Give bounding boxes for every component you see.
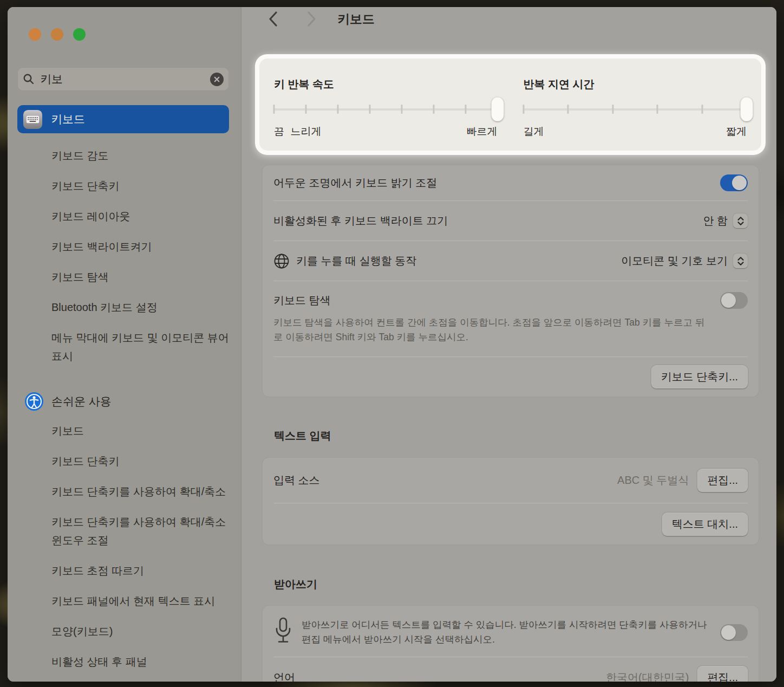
text-input-heading: 텍스트 입력: [274, 429, 331, 443]
key-repeat-slider-labels: 끔 느리게 빠르게: [274, 125, 498, 139]
sidebar-item-menubar-emoji-viewer[interactable]: 메뉴 막대에 키보드 및 이모티콘 뷰어 표시: [17, 322, 236, 371]
slider-slow-label: 느리게: [290, 125, 321, 139]
keyboard-brightness-toggle[interactable]: [720, 174, 748, 191]
keyboard-navigation-description: 키보드 탐색을 사용하여 컨트롤 간에 초점을 이동합니다. 초점을 앞으로 이…: [273, 315, 709, 345]
sidebar-item-a11y-keyboard[interactable]: 키보드: [17, 416, 236, 446]
sidebar-item-accessibility[interactable]: 손쉬운 사용: [17, 387, 234, 416]
press-globe-key-row: 키를 누를 때 실행할 동작 이모티콘 및 기호 보기: [263, 241, 759, 281]
dictation-row: 받아쓰기로 어디서든 텍스트를 입력할 수 있습니다. 받아쓰기를 시작하려면 …: [263, 606, 759, 657]
back-chevron-icon[interactable]: [264, 9, 283, 29]
dictation-language-row: 언어 한국어(대한민국) 편집...: [263, 657, 759, 682]
sidebar-item-keyboard-selected[interactable]: 키보드: [17, 105, 229, 133]
shortcuts-button-row: 키보드 단축키...: [263, 357, 759, 397]
sidebar: 키보드 키보드 감도 키보드 단축키 키보드 레이아웃 키보드 백라이트켜기 키…: [8, 7, 241, 682]
sidebar-results-list: 키보드 감도 키보드 단축키 키보드 레이아웃 키보드 백라이트켜기 키보드 탐…: [17, 140, 234, 677]
keyboard-brightness-label: 어두운 조명에서 키보드 밝기 조절: [273, 176, 437, 190]
slider-tick: [433, 105, 434, 114]
repeat-delay-slider[interactable]: [524, 97, 747, 122]
dictation-toggle[interactable]: [720, 624, 748, 641]
zoom-window-button[interactable]: [73, 28, 86, 41]
clear-search-icon[interactable]: [210, 73, 224, 86]
keyboard-navigation-toggle[interactable]: [720, 292, 748, 309]
slider-track[interactable]: [274, 108, 498, 111]
repeat-delay-slider-labels: 길게 짧게: [524, 125, 747, 139]
keyboard-shortcuts-button[interactable]: 키보드 단축키...: [651, 365, 748, 388]
key-repeat-panel: 키 반복 속도 끔 느리게 빠르게 반복 지연 시간: [259, 59, 761, 151]
slider-tick: [369, 105, 370, 114]
slider-max-label: 빠르게: [467, 125, 498, 139]
accessibility-icon: [24, 392, 44, 411]
sidebar-item-bluetooth-keyboard[interactable]: Bluetooth 키보드 설정: [17, 292, 236, 322]
page-title: 키보드: [337, 11, 375, 28]
microphone-icon: [273, 617, 293, 647]
press-globe-key-label: 키를 누를 때 실행할 동작: [296, 254, 416, 268]
sidebar-item-keyboard-sensitivity[interactable]: 키보드 감도: [17, 140, 236, 171]
dictation-description: 받아쓰기로 어디서든 텍스트를 입력할 수 있습니다. 받아쓰기를 시작하려면 …: [302, 618, 718, 647]
highlighted-section: 키 반복 속도 끔 느리게 빠르게 반복 지연 시간: [255, 54, 766, 155]
keyboard-app-icon: [23, 109, 43, 129]
sidebar-search-field[interactable]: [17, 67, 229, 91]
key-repeat-rate-group: 키 반복 속도 끔 느리게 빠르게: [274, 77, 498, 151]
edit-dictation-language-button[interactable]: 편집...: [697, 666, 748, 682]
text-replacement-row: 텍스트 대치...: [263, 503, 759, 545]
dictation-language-value: 한국어(대한민국): [606, 670, 689, 682]
system-settings-window: 키보드 키보드 감도 키보드 단축키 키보드 레이아웃 키보드 백라이트켜기 키…: [8, 7, 776, 682]
slider-tick: [465, 105, 466, 114]
slider-tick: [273, 105, 275, 114]
sidebar-item-keyboard-backlight[interactable]: 키보드 백라이트켜기: [17, 231, 236, 262]
sidebar-item-keyboard-shortcuts[interactable]: 키보드 단축키: [17, 171, 236, 201]
sidebar-item-a11y-zoom-window[interactable]: 키보드 단축키를 사용하여 확대/축소 윈도우 조절: [17, 507, 236, 555]
input-sources-row: 입력 소스 ABC 및 두벌식 편집...: [263, 458, 759, 503]
dictation-language-label: 언어: [273, 670, 295, 682]
sidebar-item-keyboard-layouts[interactable]: 키보드 레이아웃: [17, 201, 236, 231]
backlight-off-row: 비활성화된 후 키보드 백라이트 끄기 안 함: [263, 201, 759, 241]
slider-tick: [305, 105, 306, 114]
keyboard-brightness-row: 어두운 조명에서 키보드 밝기 조절: [263, 165, 759, 200]
dictation-heading: 받아쓰기: [274, 577, 317, 592]
slider-min-label: 끔: [274, 125, 284, 139]
sidebar-item-a11y-keyboard-shortcuts[interactable]: 키보드 단축키: [17, 446, 236, 476]
input-sources-label: 입력 소스: [273, 473, 320, 488]
press-globe-key-value: 이모티콘 및 기호 보기: [621, 254, 728, 268]
slider-track[interactable]: [524, 108, 747, 111]
slider-knob[interactable]: [491, 97, 504, 121]
sidebar-item-keyboard-navigation[interactable]: 키보드 탐색: [17, 262, 236, 292]
keyboard-settings-group: 어두운 조명에서 키보드 밝기 조절 비활성화된 후 키보드 백라이트 끄기 안…: [263, 165, 759, 397]
edit-input-sources-button[interactable]: 편집...: [697, 469, 748, 492]
slider-tick: [401, 105, 402, 114]
key-repeat-rate-slider[interactable]: [274, 97, 498, 122]
sidebar-item-a11y-follow-focus[interactable]: 키보드 초점 따르기: [17, 555, 236, 586]
slider-min-label: 길게: [524, 125, 544, 139]
stepper-icon[interactable]: [733, 213, 748, 228]
sidebar-item-a11y-zoom-shortcuts[interactable]: 키보드 단축키를 사용하여 확대/축소: [17, 476, 236, 507]
window-controls: [29, 28, 86, 41]
sidebar-item-a11y-appearance-keyboard[interactable]: 모양(키보드): [17, 616, 236, 646]
text-replacement-button[interactable]: 텍스트 대치...: [662, 513, 748, 536]
minimize-window-button[interactable]: [51, 28, 63, 41]
slider-tick: [522, 105, 524, 114]
slider-tick: [337, 105, 338, 114]
keyboard-navigation-row: 키보드 탐색 키보드 탐색을 사용하여 컨트롤 간에 초점을 이동합니다. 초점…: [263, 281, 759, 357]
slider-tick: [657, 105, 658, 114]
search-input[interactable]: [39, 72, 206, 86]
slider-max-label: 짧게: [726, 125, 747, 139]
sidebar-item-a11y-panel-after-inactive[interactable]: 비활성 상태 후 패널: [17, 646, 236, 677]
forward-chevron-icon[interactable]: [302, 9, 321, 29]
globe-icon: [273, 253, 290, 269]
keyboard-navigation-label: 키보드 탐색: [273, 293, 331, 308]
sidebar-group-label: 손쉬운 사용: [51, 394, 112, 409]
slider-tick: [612, 105, 613, 114]
close-window-button[interactable]: [29, 28, 41, 41]
sidebar-item-a11y-show-text-panel[interactable]: 키보드 패널에서 현재 텍스트 표시: [17, 586, 236, 616]
text-input-group: 입력 소스 ABC 및 두벌식 편집... 텍스트 대치...: [263, 458, 759, 545]
slider-tick: [701, 105, 703, 114]
content-pane: 키보드 키 반복 속도 끔 느리게 빠르게 반복 지연 시간: [241, 7, 776, 682]
slider-tick: [567, 105, 569, 114]
backlight-off-value: 안 함: [703, 213, 728, 228]
slider-knob[interactable]: [741, 97, 753, 121]
input-sources-value: ABC 및 두벌식: [617, 473, 689, 488]
key-repeat-rate-label: 키 반복 속도: [274, 77, 498, 92]
backlight-off-label: 비활성화된 후 키보드 백라이트 끄기: [273, 213, 448, 228]
search-icon: [23, 73, 35, 85]
stepper-icon[interactable]: [733, 254, 748, 268]
